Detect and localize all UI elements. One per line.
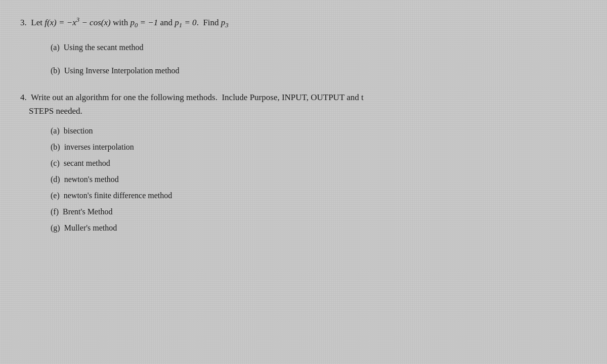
problem-4-header: 4. Write out an algorithm for one the fo…: [20, 91, 587, 118]
problem-4-item-d: (d) newton's method: [51, 173, 587, 186]
problem-3-number: 3. Let f(x) = −x3 − cos(x) with p0 = −1 …: [20, 18, 229, 27]
problem-4-item-e: (e) newton's finite difference method: [51, 190, 587, 202]
problem-4: 4. Write out an algorithm for one the fo…: [20, 91, 587, 234]
problem-4-item-c: (c) secant method: [51, 157, 587, 169]
page-content: 3. Let f(x) = −x3 − cos(x) with p0 = −1 …: [0, 0, 607, 263]
problem-4-item-b: (b) inverses interpolation: [51, 141, 587, 153]
problem-3: 3. Let f(x) = −x3 − cos(x) with p0 = −1 …: [20, 15, 587, 77]
problem-4-item-g: (g) Muller's method: [51, 222, 587, 234]
problem-3-part-a-label: (a) Using the secant method: [51, 43, 144, 52]
problem-4-item-a: (a) bisection: [51, 125, 587, 137]
problem-4-item-f: (f) Brent's Method: [51, 206, 587, 218]
problem-3-part-a: (a) Using the secant method: [51, 41, 587, 54]
problem-3-header: 3. Let f(x) = −x3 − cos(x) with p0 = −1 …: [20, 15, 587, 30]
problem-3-part-b-label: (b) Using Inverse Interpolation method: [51, 66, 180, 75]
problem-3-part-b: (b) Using Inverse Interpolation method: [51, 65, 587, 77]
